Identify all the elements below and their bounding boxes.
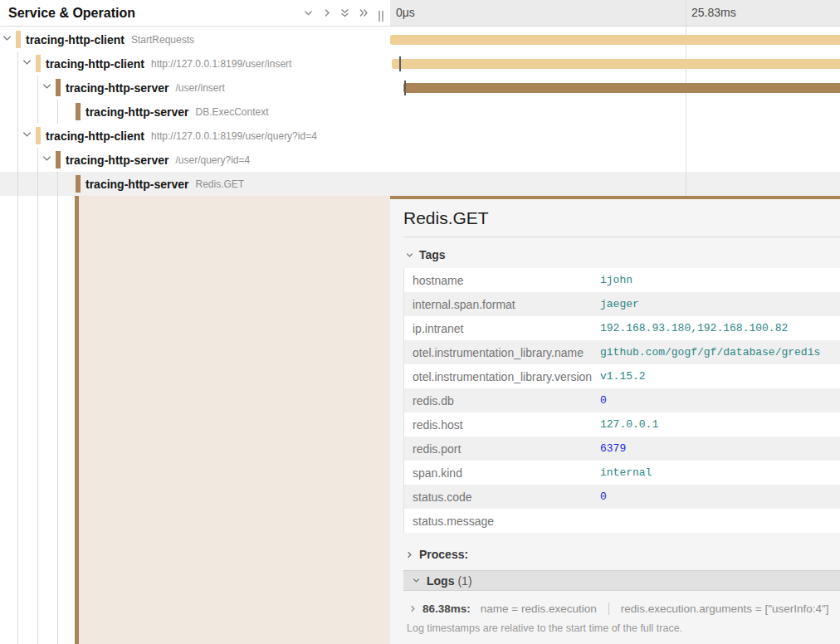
chevron-right-icon[interactable]	[320, 7, 333, 19]
chevron-down-icon[interactable]	[42, 83, 51, 90]
span-color-bar	[16, 31, 21, 48]
tag-value: 6379	[600, 442, 626, 455]
chevron-down-icon[interactable]	[22, 59, 32, 66]
tag-key: hostname	[404, 274, 600, 287]
operation-name: http://127.0.0.1:8199/user/query?id=4	[151, 130, 317, 142]
tag-row: redis.port6379	[404, 437, 840, 461]
operation-name: http://127.0.0.1:8199/user/insert	[151, 58, 291, 70]
log-timestamp: 86.38ms:	[422, 603, 471, 615]
service-name: tracing-http-client	[26, 33, 125, 46]
chevron-down-icon[interactable]	[302, 7, 315, 19]
tag-key: redis.host	[404, 418, 600, 432]
timeline-collapse-controls	[302, 7, 369, 19]
timeline-gridline	[686, 0, 686, 196]
service-name: tracing-http-server	[66, 154, 168, 167]
tags-label: Tags	[419, 248, 446, 261]
span-tree-row[interactable]: tracing-http-clienthttp://127.0.0.1:8199…	[0, 51, 390, 76]
indent-guide	[17, 148, 18, 172]
tag-key: otel.instrumentation_library.version	[404, 370, 600, 383]
double-chevron-right-icon[interactable]	[357, 7, 369, 19]
tag-value: internal	[600, 466, 652, 479]
operation-name: Redis.GET	[195, 178, 244, 190]
tag-value: v1.15.2	[600, 370, 646, 383]
service-operation-title: Service & Operation	[8, 0, 135, 26]
log-field: name = redis.execution	[481, 603, 597, 615]
service-name: tracing-http-server	[85, 105, 188, 119]
service-name: tracing-http-server	[66, 81, 168, 95]
span-tree-row[interactable]: tracing-http-serverDB.ExecContext	[0, 100, 390, 124]
span-row-label: tracing-http-server/user/insert	[66, 76, 225, 100]
tag-key: redis.port	[404, 442, 600, 456]
tag-value: 192.168.93.180,192.168.100.82	[600, 322, 788, 334]
span-tree-row[interactable]: tracing-http-server/user/query?id=4	[0, 148, 390, 172]
tag-value: 0	[600, 394, 607, 407]
indent-guide	[17, 124, 18, 148]
span-detail-title: Redis.GET	[403, 206, 840, 231]
operation-name: DB.ExecContext	[195, 106, 268, 118]
operation-name: /user/query?id=4	[175, 154, 250, 166]
span-color-bar	[56, 151, 61, 168]
trace-timeline-view: Service & Operation 0μs25.83ms tracing-h…	[0, 0, 840, 644]
span-tree-row[interactable]: tracing-http-clienthttp://127.0.0.1:8199…	[0, 124, 390, 148]
chevron-down-icon	[412, 576, 421, 585]
span-bar[interactable]	[403, 83, 840, 93]
span-bar[interactable]	[390, 35, 840, 45]
timeline-tick-label: 0μs	[396, 0, 415, 26]
indent-guide	[37, 100, 38, 124]
timeline-ruler: 0μs25.83ms	[390, 0, 840, 27]
double-chevron-down-icon[interactable]	[339, 7, 351, 19]
logs-section-header[interactable]: Logs (1)	[403, 570, 840, 591]
chevron-down-icon[interactable]	[42, 155, 51, 162]
column-resizer-handle[interactable]	[378, 11, 384, 22]
tag-row: status.code0	[404, 485, 840, 509]
span-bar[interactable]	[392, 59, 840, 69]
span-color-bar	[76, 175, 81, 193]
chevron-down-icon[interactable]	[22, 131, 32, 138]
tag-value: github.com/gogf/gf/database/gredis	[600, 346, 820, 359]
tag-row: ip.intranet192.168.93.180,192.168.100.82	[404, 316, 840, 340]
tag-row: otel.instrumentation_library.versionv1.1…	[404, 364, 840, 388]
span-tree-row[interactable]: tracing-http-serverRedis.GET	[0, 172, 390, 196]
chevron-down-icon[interactable]	[2, 35, 12, 41]
span-color-bar	[36, 55, 41, 72]
indent-guide	[37, 76, 38, 100]
tags-section-header[interactable]: Tags	[403, 245, 840, 265]
tag-row: otel.instrumentation_library.namegithub.…	[404, 340, 840, 364]
timeline-header-left: Service & Operation	[0, 0, 390, 27]
tag-key: status.code	[404, 490, 600, 504]
log-marker-tick	[399, 56, 401, 71]
log-marker-tick	[404, 80, 406, 95]
operation-name: StartRequests	[131, 34, 194, 46]
span-color-bar	[56, 79, 61, 96]
tag-value: 0	[600, 490, 607, 503]
tag-value: ijohn	[600, 274, 632, 286]
span-row-label: tracing-http-clientStartRequests	[26, 27, 194, 51]
span-row-label: tracing-http-clienthttp://127.0.0.1:8199…	[46, 124, 317, 148]
service-name: tracing-http-server	[85, 178, 188, 191]
tag-value: 127.0.0.1	[600, 418, 658, 431]
tag-key: otel.instrumentation_library.name	[404, 346, 600, 359]
span-row-label: tracing-http-serverRedis.GET	[85, 172, 244, 196]
logs-label: Logs	[427, 574, 454, 588]
indent-guide	[17, 196, 18, 644]
span-detail-panel: Redis.GET Tags hostnameijohninternal.spa…	[390, 196, 840, 644]
service-name: tracing-http-client	[46, 129, 144, 143]
span-row-label: tracing-http-serverDB.ExecContext	[85, 100, 269, 124]
span-color-bar	[36, 127, 41, 144]
tags-table: hostnameijohninternal.span.formatjaegeri…	[403, 268, 840, 533]
logs-count: (1)	[457, 574, 471, 588]
indent-guide	[37, 172, 38, 196]
tag-row: hostnameijohn	[404, 268, 840, 292]
log-fields: name = redis.executionredis.execution.ar…	[481, 603, 829, 615]
span-row-label: tracing-http-clienthttp://127.0.0.1:8199…	[46, 51, 291, 76]
timeline-tick-label: 25.83ms	[691, 0, 736, 26]
span-tree-row[interactable]: tracing-http-server/user/insert	[0, 76, 390, 100]
indent-guide	[17, 172, 18, 196]
span-tree-row[interactable]: tracing-http-clientStartRequests	[0, 27, 390, 51]
log-entry-row[interactable]: 86.38ms: name = redis.executionredis.exe…	[403, 603, 840, 615]
indent-guide	[57, 100, 58, 124]
process-section-header[interactable]: Process:	[403, 544, 840, 565]
indent-guide	[57, 172, 58, 196]
logs-footnote: Log timestamps are relative to the start…	[403, 622, 840, 634]
operation-name: /user/insert	[175, 82, 224, 94]
